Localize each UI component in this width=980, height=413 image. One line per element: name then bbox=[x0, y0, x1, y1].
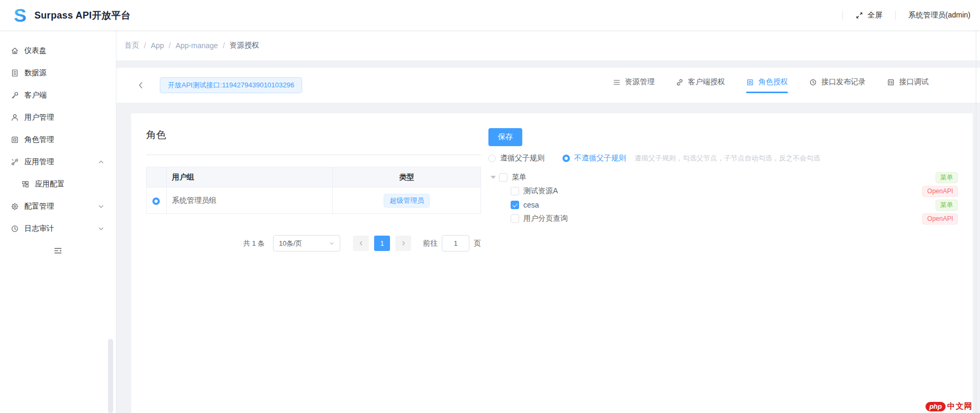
sidebar-item-client[interactable]: 客户端 bbox=[0, 84, 116, 106]
rule-hint-text: 遵循父子规则，勾选父节点，子节点自动勾选，反之不会勾选 bbox=[634, 154, 820, 163]
page-number-active[interactable]: 1 bbox=[374, 236, 390, 251]
tree-node-user-page-query[interactable]: 用户分页查询 OpenAPI bbox=[488, 212, 958, 226]
tab-resource-manage[interactable]: 资源管理 bbox=[613, 77, 655, 93]
svg-text:S: S bbox=[14, 6, 26, 24]
page-unit-label: 页 bbox=[474, 239, 481, 248]
sidebar-item-label: 用户管理 bbox=[24, 113, 104, 122]
sidebar-item-config-manage[interactable]: 配置管理 bbox=[0, 195, 116, 218]
sidebar-item-datasource[interactable]: 数据源 bbox=[0, 62, 116, 84]
php-cn-watermark: php 中文网 bbox=[925, 401, 973, 411]
sidebar: 仪表盘 数据源 客户端 bbox=[0, 30, 116, 413]
tab-api-debug[interactable]: 接口调试 bbox=[887, 77, 929, 93]
link-icon bbox=[676, 78, 684, 86]
brand-logo-icon: S bbox=[11, 6, 30, 25]
sidebar-item-label: 应用管理 bbox=[24, 157, 98, 167]
sidebar-item-app-config[interactable]: 应用配置 bbox=[0, 173, 116, 195]
checkbox-unchecked[interactable] bbox=[511, 214, 519, 223]
home-icon bbox=[11, 47, 19, 55]
radio-not-follow-rule[interactable]: 不遵循父子规则 bbox=[562, 154, 626, 163]
breadcrumb-separator: / bbox=[144, 41, 146, 50]
api-entity-tag[interactable]: 开放API测试接口:1194279439010103296 bbox=[160, 77, 302, 93]
page-size-value: 10条/页 bbox=[279, 239, 329, 248]
sidebar-scrollbar-thumb[interactable] bbox=[108, 339, 113, 413]
scrollbar-track[interactable] bbox=[976, 30, 976, 413]
datasource-icon bbox=[11, 69, 19, 77]
app-link-icon bbox=[11, 158, 19, 166]
save-button[interactable]: 保存 bbox=[488, 128, 522, 146]
auth-panel: 保存 遵循父子规则 不遵循父子规则 遵循父子规则，勾选父节点，子节点自动勾选，反… bbox=[481, 128, 958, 398]
breadcrumb-item-home[interactable]: 首页 bbox=[124, 41, 139, 50]
caret-down-icon[interactable] bbox=[491, 176, 496, 179]
collapse-menu-icon bbox=[53, 246, 62, 255]
breadcrumb-item-app-manage[interactable]: App-manage bbox=[176, 41, 218, 50]
tree-node-test-resource-a[interactable]: 测试资源A OpenAPI bbox=[488, 184, 958, 198]
breadcrumb: 首页 / App / App-manage / 资源授权 bbox=[116, 30, 980, 60]
fullscreen-label: 全屏 bbox=[868, 11, 883, 20]
column-select bbox=[147, 167, 167, 187]
goto-label: 前往 bbox=[423, 239, 438, 248]
tree-node-label: 菜单 bbox=[512, 173, 527, 182]
divider bbox=[146, 155, 481, 155]
clock-icon bbox=[11, 225, 19, 233]
radio-follow-rule[interactable]: 遵循父子规则 bbox=[488, 154, 545, 163]
content-area: 首页 / App / App-manage / 资源授权 开放API测试接口:1… bbox=[116, 30, 980, 413]
app-title: Surpass API开放平台 bbox=[34, 9, 131, 22]
app-root: S Surpass API开放平台 全屏 系统管理员(admin) bbox=[0, 0, 980, 413]
sidebar-item-label: 仪表盘 bbox=[24, 46, 104, 56]
breadcrumb-item-app[interactable]: App bbox=[151, 41, 164, 50]
php-logo-icon: php bbox=[925, 402, 946, 411]
table-row[interactable]: 系统管理员组 超级管理员 bbox=[147, 187, 481, 214]
radio-label: 遵循父子规则 bbox=[500, 154, 545, 163]
role-auth-card: 角色 用户组 类型 系 bbox=[131, 113, 973, 413]
key-icon bbox=[11, 91, 19, 100]
column-user-group: 用户组 bbox=[166, 167, 332, 187]
resource-tree: 菜单 菜单 测试资源A OpenAPI cesa 菜单 bbox=[488, 170, 958, 226]
tree-node-label: 用户分页查询 bbox=[523, 214, 568, 223]
user-menu[interactable]: 系统管理员(admin) bbox=[909, 11, 970, 20]
app-header: S Surpass API开放平台 全屏 系统管理员(admin) bbox=[0, 0, 980, 30]
tab-label: 接口发布记录 bbox=[821, 77, 866, 87]
tab-label: 接口调试 bbox=[899, 77, 929, 87]
tab-publish-history[interactable]: 接口发布记录 bbox=[809, 77, 866, 93]
checkbox-unchecked[interactable] bbox=[499, 173, 507, 182]
debug-sliders-icon bbox=[887, 78, 895, 86]
row-radio-selected[interactable] bbox=[152, 197, 160, 205]
next-page-button[interactable] bbox=[395, 236, 411, 251]
sidebar-item-users[interactable]: 用户管理 bbox=[0, 106, 116, 129]
sidebar-item-log-audit[interactable]: 日志审计 bbox=[0, 218, 116, 240]
watermark-text: 中文网 bbox=[947, 401, 973, 411]
table-header-row: 用户组 类型 bbox=[147, 167, 481, 187]
user-icon bbox=[11, 113, 19, 122]
checkbox-unchecked[interactable] bbox=[511, 187, 519, 195]
header-divider bbox=[895, 11, 896, 20]
checkbox-checked[interactable] bbox=[511, 201, 519, 209]
header-divider bbox=[842, 11, 843, 20]
role-icon bbox=[11, 136, 19, 144]
tab-client-auth[interactable]: 客户端授权 bbox=[676, 77, 725, 93]
sidebar-item-label: 配置管理 bbox=[24, 202, 98, 211]
fullscreen-button[interactable]: 全屏 bbox=[856, 11, 883, 20]
sidebar-item-dashboard[interactable]: 仪表盘 bbox=[0, 40, 116, 62]
tree-node-label: 测试资源A bbox=[523, 186, 558, 196]
node-type-tag-openapi: OpenAPI bbox=[922, 213, 958, 225]
sidebar-collapse-button[interactable] bbox=[0, 246, 116, 255]
breadcrumb-item-current: 资源授权 bbox=[230, 41, 259, 50]
list-icon bbox=[613, 78, 621, 86]
sidebar-item-roles[interactable]: 角色管理 bbox=[0, 129, 116, 151]
page-size-select[interactable]: 10条/页 bbox=[273, 235, 340, 252]
role-panel: 角色 用户组 类型 系 bbox=[146, 128, 481, 398]
clock-icon bbox=[809, 78, 817, 86]
tree-node-menu[interactable]: 菜单 菜单 bbox=[488, 170, 958, 184]
tab-role-auth[interactable]: 角色授权 bbox=[746, 77, 788, 93]
tree-node-cesa[interactable]: cesa 菜单 bbox=[488, 198, 958, 212]
goto-page-input[interactable] bbox=[442, 235, 469, 252]
chevron-down-icon bbox=[98, 226, 104, 232]
radio-circle-icon bbox=[488, 155, 496, 162]
pagination: 共 1 条 10条/页 1 bbox=[146, 235, 481, 252]
role-table: 用户组 类型 系统管理员组 超级管理员 bbox=[146, 167, 481, 214]
sidebar-item-app-manage[interactable]: 应用管理 bbox=[0, 151, 116, 173]
back-button[interactable] bbox=[137, 81, 145, 89]
tab-group: 资源管理 bbox=[613, 77, 929, 93]
tab-label: 客户端授权 bbox=[688, 77, 725, 87]
prev-page-button[interactable] bbox=[353, 236, 369, 251]
